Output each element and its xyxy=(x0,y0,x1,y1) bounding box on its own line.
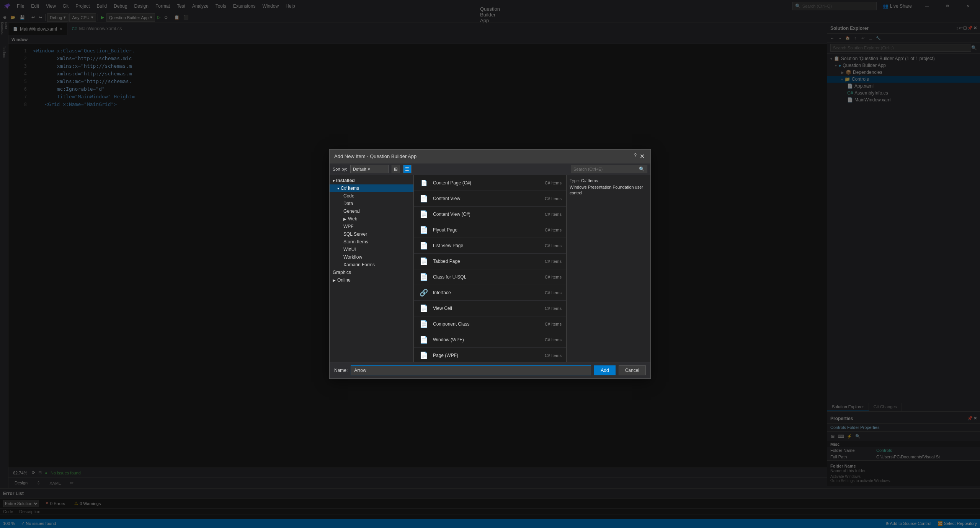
content-view-cs-icon: 📄 xyxy=(418,209,429,220)
view-grid-button[interactable]: ⊞ xyxy=(392,165,400,173)
dialog-tree-code[interactable]: Code xyxy=(330,192,413,200)
dialog-right-panel: Type: C# Items Windows Presentation Foun… xyxy=(566,175,650,362)
tabbed-label: Tabbed Page xyxy=(433,259,527,264)
dialog-tree-online[interactable]: ▶ Online xyxy=(330,276,413,284)
tree-web-arrow: ▶ xyxy=(343,217,346,221)
tabbed-type: C# Items xyxy=(531,259,562,264)
window-wpf-type: C# Items xyxy=(531,337,562,342)
dialog-tree-web[interactable]: ▶ Web xyxy=(330,215,413,223)
add-new-item-dialog: Add New Item - Question Builder App ? ✕ … xyxy=(329,149,651,379)
tree-general-label: General xyxy=(343,209,360,214)
view-list-button[interactable]: ☰ xyxy=(403,165,412,173)
dialog-tree-winui[interactable]: WinUI xyxy=(330,246,413,253)
dialog-item-listview[interactable]: 📄 List View Page C# Items xyxy=(414,238,566,254)
dialog-tree-storm[interactable]: Storm Items xyxy=(330,238,413,246)
type-prefix: Type: xyxy=(570,178,580,183)
tree-installed-label: Installed xyxy=(336,178,355,183)
add-button[interactable]: Add xyxy=(594,365,615,375)
sort-chevron-icon: ▾ xyxy=(368,167,370,172)
dialog-tree-wpf[interactable]: WPF xyxy=(330,223,413,230)
dialog-item-tabbed[interactable]: 📄 Tabbed Page C# Items xyxy=(414,254,566,269)
usql-label: Class for U-SQL xyxy=(433,274,527,280)
dialog-search-box[interactable]: 🔍 xyxy=(571,165,647,173)
listview-icon: 📄 xyxy=(418,240,429,251)
tree-data-label: Data xyxy=(343,201,353,206)
component-type: C# Items xyxy=(531,322,562,326)
tree-csharp-label: C# Items xyxy=(341,186,359,191)
cancel-button[interactable]: Cancel xyxy=(619,365,646,375)
tree-web-label: Web xyxy=(348,216,357,222)
dialog-item-window-wpf[interactable]: 📄 Window (WPF) C# Items xyxy=(414,332,566,348)
dialog-tree-graphics[interactable]: Graphics xyxy=(330,269,413,276)
flyout-type: C# Items xyxy=(531,228,562,232)
dialog-tree-data[interactable]: Data xyxy=(330,200,413,207)
type-value: C# Items xyxy=(581,178,598,183)
dialog-item-flyout[interactable]: 📄 Flyout Page C# Items xyxy=(414,222,566,238)
dialog-item-content-view-cs[interactable]: 📄 Content View (C#) C# Items xyxy=(414,207,566,222)
dialog-info-description: Windows Presentation Foundation user con… xyxy=(570,184,647,196)
page-wpf-icon: 📄 xyxy=(418,350,429,361)
flyout-label: Flyout Page xyxy=(433,227,527,233)
dialog-overlay: Add New Item - Question Builder App ? ✕ … xyxy=(0,0,980,528)
tree-graphics-label: Graphics xyxy=(333,270,351,275)
dialog-item-content-view[interactable]: 📄 Content View C# Items xyxy=(414,191,566,207)
dialog-item-page-wpf[interactable]: 📄 Page (WPF) C# Items xyxy=(414,348,566,362)
dialog-tree-workflow[interactable]: Workflow xyxy=(330,253,413,261)
window-wpf-label: Window (WPF) xyxy=(433,337,527,342)
listview-type: C# Items xyxy=(531,243,562,248)
window-wpf-icon: 📄 xyxy=(418,334,429,345)
tree-workflow-label: Workflow xyxy=(343,254,362,260)
listview-label: List View Page xyxy=(433,243,527,248)
page-wpf-type: C# Items xyxy=(531,353,562,358)
sort-label: Sort by: xyxy=(333,167,347,171)
tree-sql-label: SQL Server xyxy=(343,231,367,237)
dialog-close-button[interactable]: ✕ xyxy=(638,153,646,160)
content-view-cs-label: Content View (C#) xyxy=(433,212,527,217)
dialog-tree-csharp[interactable]: ▾ C# Items xyxy=(330,184,413,192)
content-view-icon: 📄 xyxy=(418,193,429,204)
content-page-type: C# Items xyxy=(531,181,562,185)
component-icon: 📄 xyxy=(418,319,429,329)
dialog-footer: Name: Add Cancel xyxy=(330,362,650,378)
sort-dropdown[interactable]: Default ▾ xyxy=(350,165,389,173)
sort-value: Default xyxy=(353,167,366,171)
dialog-item-usql[interactable]: 📄 Class for U-SQL C# Items xyxy=(414,269,566,285)
content-view-type: C# Items xyxy=(531,196,562,201)
tree-online-label: Online xyxy=(337,277,351,283)
tree-wpf-label: WPF xyxy=(343,224,354,229)
tree-code-label: Code xyxy=(343,193,354,199)
interface-label: Interface xyxy=(433,290,527,295)
tree-storm-label: Storm Items xyxy=(343,239,368,244)
dialog-tree-installed: ▾ Installed xyxy=(330,177,413,184)
dialog-item-component[interactable]: 📄 Component Class C# Items xyxy=(414,316,566,332)
flyout-icon: 📄 xyxy=(418,225,429,235)
dialog-search-input[interactable] xyxy=(573,167,637,171)
viewcell-icon: 📄 xyxy=(418,303,429,314)
content-view-label: Content View xyxy=(433,196,527,201)
interface-icon: 🔗 xyxy=(418,287,429,298)
name-label: Name: xyxy=(334,368,348,373)
tree-installed-arrow: ▾ xyxy=(333,179,335,183)
tree-csharp-arrow: ▾ xyxy=(337,186,339,191)
dialog-body: ▾ Installed ▾ C# Items Code Data General xyxy=(330,175,650,362)
dialog-info-type-label: Type: C# Items xyxy=(570,178,647,183)
content-page-label: Content Page (C#) xyxy=(433,180,527,186)
interface-type: C# Items xyxy=(531,290,562,295)
dialog-center-panel: 📄 Content Page (C#) C# Items 📄 Content V… xyxy=(414,175,566,362)
tree-online-arrow: ▶ xyxy=(333,278,336,282)
dialog-tree-general[interactable]: General xyxy=(330,207,413,215)
tree-winui-label: WinUI xyxy=(343,247,356,252)
dialog-help-icon[interactable]: ? xyxy=(634,153,637,160)
dialog-tree-sql[interactable]: SQL Server xyxy=(330,230,413,238)
dialog-toolbar: Sort by: Default ▾ ⊞ ☰ 🔍 xyxy=(330,163,650,175)
page-wpf-label: Page (WPF) xyxy=(433,353,527,358)
dialog-item-interface[interactable]: 🔗 Interface C# Items xyxy=(414,285,566,301)
content-view-cs-type: C# Items xyxy=(531,212,562,217)
usql-icon: 📄 xyxy=(418,272,429,282)
name-input[interactable] xyxy=(351,365,591,375)
dialog-search-icon: 🔍 xyxy=(639,166,645,172)
dialog-tree-xamarin[interactable]: Xamarin.Forms xyxy=(330,261,413,269)
dialog-item-content-page[interactable]: 📄 Content Page (C#) C# Items xyxy=(414,175,566,191)
usql-type: C# Items xyxy=(531,275,562,279)
dialog-item-viewcell[interactable]: 📄 View Cell C# Items xyxy=(414,301,566,316)
